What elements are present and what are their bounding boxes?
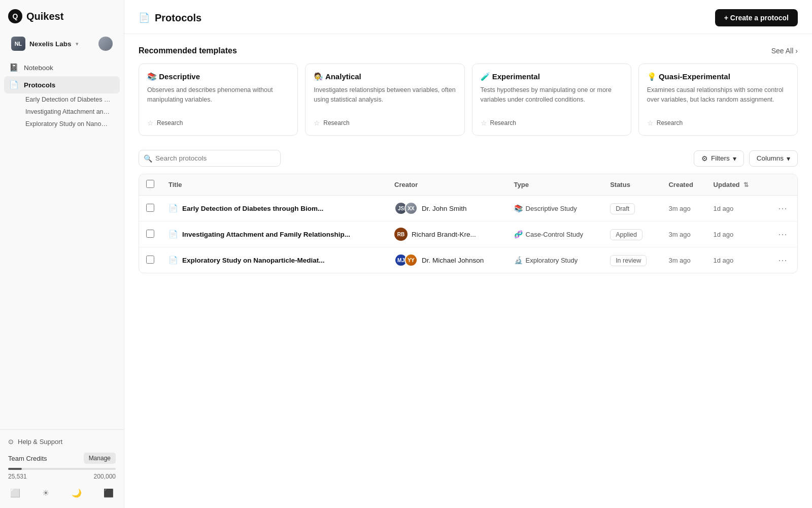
sidebar-sub-item-2[interactable]: Investigating Attachment and F... [20,106,116,118]
select-all-checkbox[interactable] [146,180,154,188]
user-avatar[interactable] [98,37,113,51]
table-row: 📄 Early Detection of Diabetes through Bi… [139,196,797,221]
row-3-updated-cell: 1d ago [706,247,764,273]
notebook-icon: 📓 [9,63,19,72]
help-icon: ⊙ [8,438,14,446]
template-desc-quasi: Examines causal relationships with some … [647,85,789,112]
manage-button[interactable]: Manage [84,453,116,464]
row-3-status: In review [610,255,647,266]
row-2-more-button[interactable]: ⋯ [775,228,790,241]
row-3-checkbox[interactable] [146,256,154,264]
credits-label: Team Credits [8,455,47,462]
template-icon-experimental: 🧪 [481,72,492,81]
th-status: Status [603,174,661,196]
sidebar-sub-item-3[interactable]: Exploratory Study on Nanoparti... [20,118,116,130]
table-row: 📄 Exploratory Study on Nanoparticle-Medi… [139,247,797,273]
table-row: 📄 Investigating Attachment and Family Re… [139,221,797,247]
star-icon-quasi[interactable]: ☆ [647,119,654,127]
template-title-descriptive: 📚 Descriptive [147,72,289,81]
page-title: Protocols [155,12,201,24]
template-card-experimental[interactable]: 🧪 Experimental Tests hypotheses by manip… [472,64,631,136]
help-support[interactable]: ⊙ Help & Support [8,438,116,446]
row-2-creator-cell: RB Richard Brandt-Kre... [387,221,507,247]
row-2-title: Investigating Attachment and Family Rela… [182,231,350,238]
main-content-area: 📄 Protocols + Create a protocol Recommen… [124,0,812,508]
template-card-analytical[interactable]: 🧑‍🔬 Analytical Investigates relationship… [305,64,464,136]
credits-numbers: 25,531 200,000 [8,473,116,480]
star-icon-experimental[interactable]: ☆ [481,119,487,127]
sidebar-item-notebook[interactable]: 📓 Notebook [4,59,120,76]
filter-icon: ⚙ [701,154,708,163]
template-footer-quasi: ☆ Research [647,119,789,127]
sun-icon[interactable]: ☀ [40,486,51,500]
row-2-updated-cell: 1d ago [706,221,764,247]
star-icon-analytical[interactable]: ☆ [314,119,320,127]
row-2-status-cell: Applied [603,221,661,247]
credits-progress-bg [8,468,116,470]
template-desc-analytical: Investigates relationships between varia… [314,85,456,112]
row-1-checkbox[interactable] [146,204,154,212]
row-3-type: Exploratory Study [526,257,578,264]
star-icon-descriptive[interactable]: ☆ [147,119,154,127]
template-icon-quasi: 💡 [647,72,659,81]
row-1-status-cell: Draft [603,196,661,221]
main-content: Recommended templates See All › 📚 Descri… [124,34,812,508]
row-2-checkbox[interactable] [146,230,154,238]
template-title-experimental: 🧪 Experimental [481,72,623,81]
template-footer-descriptive: ☆ Research [147,119,289,127]
filters-label: Filters [711,154,730,162]
sidebar-item-protocols[interactable]: 📄 Protocols [4,76,120,93]
see-all-button[interactable]: See All › [771,47,798,55]
row-3-created-cell: 3m ago [661,247,706,273]
th-title: Title [161,174,387,196]
credits-total: 200,000 [94,473,116,480]
sidebar-bottom: ⊙ Help & Support Team Credits Manage 25,… [0,429,124,508]
doc-icon-1: 📄 [168,204,178,213]
row-3-actions-cell: ⋯ [763,247,797,273]
template-icon-descriptive: 📚 [147,72,159,81]
row-3-creator-name: Dr. Michael Johnson [422,257,484,264]
moon-icon[interactable]: 🌙 [70,486,84,500]
org-name: Nexelis Labs [29,40,72,48]
row-1-created: 3m ago [668,205,690,212]
template-desc-experimental: Tests hypotheses by manipulating one or … [481,85,623,112]
table-toolbar: 🔍 ⚙ Filters ▾ Columns ▾ [139,150,798,167]
sidebar: Q Quikest NL Nexelis Labs ▾ 📓 Notebook 📄… [0,0,124,508]
row-3-more-button[interactable]: ⋯ [775,253,790,267]
row-checkbox-cell-1 [139,196,161,221]
screen-icon[interactable]: ⬜ [8,486,22,500]
row-1-type: Descriptive Study [526,205,577,212]
filters-button[interactable]: ⚙ Filters ▾ [694,150,744,167]
main-header: 📄 Protocols + Create a protocol [124,0,812,34]
row-2-creator-name: Richard Brandt-Kre... [412,231,476,238]
templates-grid: 📚 Descriptive Observes and describes phe… [139,64,798,136]
doc-icon-3: 📄 [168,256,178,265]
search-input[interactable] [139,150,281,167]
sidebar-sub-item-1[interactable]: Early Detection of Diabetes thro... [20,93,116,106]
th-updated[interactable]: Updated ⇅ [706,174,764,196]
search-wrap: 🔍 [139,150,281,167]
credits-header: Team Credits Manage [8,453,116,464]
sidebar-toggle-icon[interactable]: ⬛ [101,486,116,500]
row-1-updated-cell: 1d ago [706,196,764,221]
row-3-created: 3m ago [668,257,690,264]
template-card-descriptive[interactable]: 📚 Descriptive Observes and describes phe… [139,64,298,136]
see-all-label: See All [771,47,794,55]
columns-button[interactable]: Columns ▾ [749,150,798,167]
row-1-more-button[interactable]: ⋯ [775,202,790,215]
columns-label: Columns [757,154,784,162]
org-switcher[interactable]: NL Nexelis Labs ▾ [4,33,120,55]
template-footer-analytical: ☆ Research [314,119,456,127]
row-1-title-cell: 📄 Early Detection of Diabetes through Bi… [161,196,387,221]
row-3-status-cell: In review [603,247,661,273]
row-2-status: Applied [610,229,642,240]
row-1-avatars: JS XX [394,202,418,215]
sidebar-sub-items: Early Detection of Diabetes thro... Inve… [4,93,120,130]
create-protocol-button[interactable]: + Create a protocol [715,9,798,26]
row-1-actions-cell: ⋯ [763,196,797,221]
avatar-2: RB [394,228,408,241]
template-title-analytical: 🧑‍🔬 Analytical [314,72,456,81]
row-2-type-cell: 🧬 Case-Control Study [507,221,603,247]
th-type: Type [507,174,603,196]
template-card-quasi[interactable]: 💡 Quasi-Experimental Examines causal rel… [638,64,798,136]
